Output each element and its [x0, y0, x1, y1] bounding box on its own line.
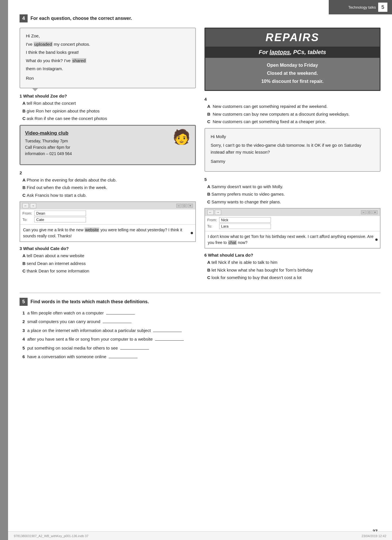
- email2-window-btns: – □ ×: [361, 210, 378, 214]
- club-contact2: information – 021 049 564: [25, 150, 190, 157]
- section5-list: 1 a film people often watch on a compute…: [20, 310, 380, 360]
- ron-body2: I think the band looks great!: [26, 49, 190, 56]
- page: Technology talks 5 4 For each question, …: [0, 0, 392, 540]
- blank-6: [109, 358, 137, 358]
- maximize-btn[interactable]: □: [182, 204, 187, 208]
- chat-highlight: chat: [228, 240, 237, 245]
- q5-answer-c: CSammy wants to change their plans.: [207, 199, 381, 205]
- repairs-title-text: REPAIRS: [265, 31, 319, 43]
- club-title-underline: Video: [25, 130, 38, 136]
- email1-fields: From: Dean To: Cate: [20, 209, 195, 225]
- q4-answer-b: B New customers can buy new computers at…: [207, 111, 381, 118]
- q3-label: 3 What should Cate do?: [20, 246, 196, 251]
- sammy-message-box: Hi Molly Sorry, I can't go to the video-…: [204, 128, 381, 172]
- blank-5: [120, 349, 149, 350]
- email1-box: ← → – □ × From: Dean: [20, 201, 196, 242]
- q4-answer-c: C New customers can get something fixed …: [207, 119, 381, 125]
- sammy-body: Sorry, I can't go to the video-game club…: [211, 142, 374, 156]
- email2-nav: ← → – □ ×: [205, 209, 380, 216]
- close-btn2[interactable]: ×: [372, 210, 378, 214]
- q6-answer-c: Clook for something to buy that doesn't …: [207, 274, 381, 281]
- q3-answer-a: Atell Dean about a new website: [22, 253, 196, 259]
- email1-window-btns: – □ ×: [176, 204, 193, 208]
- email2-body: I don't know what to get Tom for his bir…: [205, 231, 380, 248]
- uploaded-highlight: uploaded: [34, 42, 53, 47]
- q2-answer-c: CAsk Francis how to start a club.: [22, 192, 196, 199]
- q5-answers: ASammy doesn't want to go with Molly. BS…: [204, 184, 381, 205]
- section5-container: 5 Find words in the texts which match th…: [20, 293, 380, 360]
- q5-label: 5: [204, 177, 381, 182]
- q3-answer-b: Bsend Dean an internet address: [22, 260, 196, 267]
- q6-answer-b: Blet Nick know what she has bought for T…: [207, 267, 381, 274]
- blank-2: [103, 323, 131, 323]
- q5-answer-a: ASammy doesn't want to go with Molly.: [207, 184, 381, 190]
- email2-to-row: To: Lara: [207, 224, 378, 229]
- section4-header: 4 For each question, choose the correct …: [20, 14, 380, 22]
- email1-to-row: To: Cate: [22, 217, 193, 222]
- q1-answer-a: Atell Ron about the concert: [22, 100, 196, 107]
- club-contact1: Call Francis after 6pm for: [25, 144, 190, 150]
- q3-answer-c: Cthank Dean for some information: [22, 268, 196, 274]
- section5-instruction: Find words in the texts which match thes…: [30, 299, 149, 304]
- email2-box: ← → – □ × From: Nick: [204, 208, 381, 249]
- repairs-info: Open Monday to Friday Closed at the week…: [205, 58, 380, 90]
- main-content: 4 For each question, choose the correct …: [8, 0, 392, 540]
- repairs-info-1: Open Monday to Friday: [210, 62, 375, 69]
- q4-answer-a: A New customers can get something repair…: [207, 103, 381, 110]
- close-btn[interactable]: ×: [188, 204, 193, 208]
- col-left: Hi Zoe, I've uploaded my concert photos.…: [20, 28, 196, 284]
- email1-nav-arrows: ← →: [22, 203, 36, 208]
- sammy-sender: Sammy: [211, 158, 374, 165]
- email2-fields: From: Nick To: Lara: [205, 216, 380, 231]
- repairs-box: REPAIRS For laptops, PCs, tablets Open M…: [204, 28, 381, 91]
- section4-number: 4: [20, 14, 28, 22]
- blank-3: [153, 332, 182, 332]
- repairs-subtitle: For laptops, PCs, tablets: [205, 47, 380, 58]
- sammy-greeting: Hi Molly: [211, 133, 374, 140]
- club-info: Tuesday, Thursday 7pm Call Francis after…: [25, 138, 190, 157]
- repairs-info-3: 10% discount for first repair.: [210, 78, 375, 85]
- footer-right: 23/04/2019 12:42: [362, 534, 386, 538]
- section4-instruction: For each question, choose the correct an…: [30, 16, 132, 21]
- q2-answer-b: BFind out when the club meets in the wee…: [22, 184, 196, 191]
- q4-answers: A New customers can get something repair…: [204, 103, 381, 125]
- email1-from-value: Dean: [34, 211, 86, 216]
- back-btn[interactable]: ←: [22, 203, 29, 208]
- email1-body: Can you give me a link to the new websit…: [20, 225, 195, 241]
- q6-answer-a: Atell Nick if she is able to talk to him: [207, 259, 381, 266]
- email2-from-row: From: Nick: [207, 217, 378, 223]
- minimize-btn2[interactable]: –: [361, 210, 366, 214]
- q2-label: 2: [20, 170, 196, 175]
- footer: 9781380031907_A2_WB_withKey_p001-136.ind…: [8, 531, 392, 540]
- email2-nav-arrows: ← →: [207, 210, 221, 215]
- stick-figure-icon: 🧑: [173, 129, 190, 145]
- blank-4: [155, 340, 184, 341]
- q2-answers: APhone in the evening for details about …: [20, 177, 196, 199]
- ron-message-box: Hi Zoe, I've uploaded my concert photos.…: [20, 28, 196, 88]
- forward-btn[interactable]: →: [30, 203, 36, 208]
- club-schedule: Tuesday, Thursday 7pm: [25, 138, 190, 144]
- q5-answer-b: BSammy prefers music to video games.: [207, 191, 381, 198]
- binding-strip: [0, 0, 8, 540]
- shared-highlight: shared: [72, 58, 86, 63]
- q1-answer-b: Bgive Ron her opinion about the photos: [22, 108, 196, 115]
- ron-body1: I've uploaded my concert photos.: [26, 41, 190, 48]
- repairs-info-2: Closed at the weekend.: [210, 70, 375, 77]
- section5-item-1: 1 a film people often watch on a compute…: [22, 310, 380, 316]
- section5-header: 5 Find words in the texts which match th…: [20, 298, 380, 306]
- q2-answer-a: APhone in the evening for details about …: [22, 177, 196, 184]
- section5-item-6: 6 have a conversation with someone onlin…: [22, 354, 380, 360]
- back-btn2[interactable]: ←: [207, 210, 214, 215]
- email1-to-value: Cate: [34, 217, 86, 222]
- blank-1: [106, 314, 135, 314]
- forward-btn2[interactable]: →: [215, 210, 221, 215]
- email1-nav: ← → – □ ×: [20, 202, 195, 209]
- q1-answer-c: Cask Ron if she can see the concert phot…: [22, 115, 196, 122]
- maximize-btn2[interactable]: □: [367, 210, 372, 214]
- scroll-indicator2: [375, 238, 378, 241]
- section5-number: 5: [20, 298, 28, 306]
- section5-item-3: 3 a place on the internet with informati…: [22, 327, 380, 334]
- club-box: Video-making club Tuesday, Thursday 7pm …: [20, 125, 196, 165]
- q6-label: 6 What should Lara do?: [204, 253, 381, 257]
- minimize-btn[interactable]: –: [176, 204, 181, 208]
